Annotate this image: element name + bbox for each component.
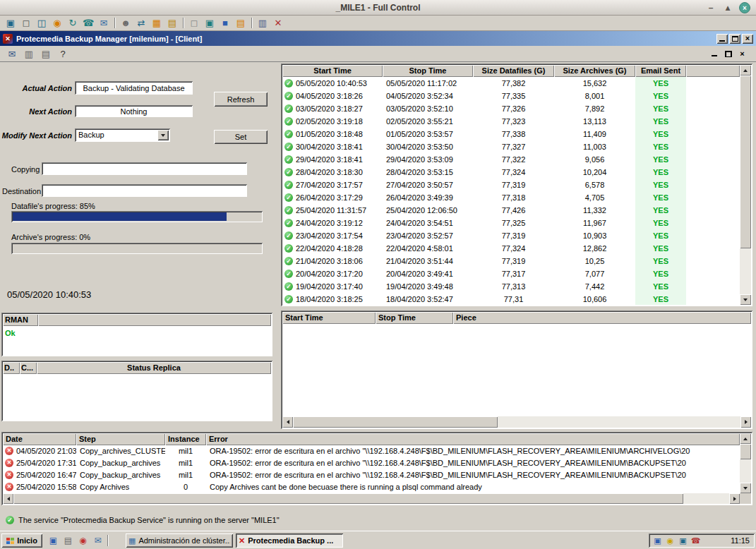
next-action-field[interactable]: Nothing: [75, 105, 193, 117]
backup-row[interactable]: 01/05/2020 3:18:48 01/05/2020 3:53:57 77…: [282, 128, 740, 140]
remote-minimize-button[interactable]: –: [705, 2, 716, 13]
error-row[interactable]: 25/04/2020 17:31:10 Copy_backup_archives…: [3, 457, 740, 469]
tray-network-icon[interactable]: ▣: [652, 536, 663, 546]
chat-icon[interactable]: ✉: [96, 16, 112, 30]
app-close-button[interactable]: ×: [742, 34, 753, 44]
mdi-minimize-button[interactable]: [709, 49, 719, 59]
backup-row[interactable]: 02/05/2020 3:19:18 02/05/2020 3:55:21 77…: [282, 115, 740, 128]
backup-row[interactable]: 29/04/2020 3:18:41 29/04/2020 3:53:09 77…: [282, 153, 740, 166]
send-mail-icon[interactable]: ✉: [4, 47, 20, 61]
clipboard-icon[interactable]: ▥: [255, 16, 270, 30]
destination-field[interactable]: [42, 184, 247, 197]
error-row[interactable]: 25/04/2020 16:47:24 Copy_backup_archives…: [3, 469, 740, 481]
quicklaunch-explorer-icon[interactable]: ▤: [61, 534, 75, 547]
print-icon[interactable]: ▤: [38, 47, 54, 61]
error-col-instance[interactable]: Instance: [165, 433, 206, 445]
error-row[interactable]: 04/05/2020 21:03:57 Copy_archives_CLUSTE…: [3, 445, 740, 457]
scroll-up-button[interactable]: [740, 433, 751, 444]
help-icon[interactable]: ?: [55, 47, 71, 61]
backup-col-start-time[interactable]: Start Time: [282, 65, 383, 77]
refresh-button[interactable]: Refresh: [214, 92, 268, 107]
backup-table-scrollbar[interactable]: [740, 65, 751, 305]
backup-row[interactable]: 21/04/2020 3:18:06 21/04/2020 3:51:44 77…: [282, 255, 740, 267]
quicklaunch-media-icon[interactable]: ◉: [76, 534, 90, 547]
delete-icon[interactable]: ▥: [21, 47, 37, 61]
replica-col-status[interactable]: Status Replica: [37, 362, 271, 374]
rman-column-header[interactable]: RMAN: [3, 314, 38, 326]
backup-row[interactable]: 26/04/2020 3:17:29 26/04/2020 3:49:39 77…: [282, 191, 740, 204]
error-table-vscrollbar[interactable]: [740, 433, 751, 493]
link-icon[interactable]: ⇄: [133, 16, 149, 30]
tray-agent-icon[interactable]: ☎: [690, 536, 701, 546]
task-button-protecmedia-backup[interactable]: ✕ Protecmedia Backup ...: [236, 533, 343, 548]
send-screen-icon[interactable]: ◫: [34, 16, 49, 30]
backup-row[interactable]: 25/04/2020 11:31:57 25/04/2020 12:06:50 …: [282, 204, 740, 217]
error-table-hscrollbar[interactable]: [3, 493, 740, 504]
backup-row[interactable]: 04/05/2020 3:18:26 04/05/2020 3:52:34 77…: [282, 90, 740, 102]
app-minimize-button[interactable]: [716, 34, 728, 44]
piece-col-stop-time[interactable]: Stop Time: [376, 312, 453, 324]
remote-close-button[interactable]: ×: [739, 2, 750, 13]
scroll-thumb[interactable]: [13, 493, 683, 504]
replica-col-c[interactable]: C...: [20, 362, 37, 374]
tray-volume-icon[interactable]: ◉: [665, 536, 676, 546]
remote-titlebar[interactable]: _MILE1 - Full Control – ▴ ×: [0, 0, 756, 16]
scroll-left-button[interactable]: [3, 493, 13, 504]
settings-icon[interactable]: ✕: [270, 16, 286, 30]
user-access-icon[interactable]: ☻: [118, 16, 133, 30]
backup-row[interactable]: 05/05/2020 10:40:53 05/05/2020 11:17:02 …: [282, 77, 740, 90]
actual-action-field[interactable]: Backup - Validating Database: [75, 81, 193, 95]
backup-row[interactable]: 24/04/2020 3:19:12 24/04/2020 3:54:51 77…: [282, 217, 740, 229]
window-orange-icon[interactable]: ▤: [233, 16, 248, 30]
dropdown-arrow-icon[interactable]: [157, 130, 169, 140]
refresh-icon[interactable]: ↻: [65, 16, 80, 30]
error-col-date[interactable]: Date: [3, 433, 76, 445]
backup-row[interactable]: 20/04/2020 3:17:20 20/04/2020 3:49:41 77…: [282, 267, 740, 280]
app-titlebar[interactable]: ✕ Protecmedia Backup Manager [milenium] …: [0, 31, 756, 46]
backup-row[interactable]: 27/04/2020 3:17:57 27/04/2020 3:50:57 77…: [282, 179, 740, 191]
backup-col-size-datafiles[interactable]: Size Datafiles (G): [473, 65, 554, 77]
scroll-left-button[interactable]: [282, 416, 293, 428]
error-col-error[interactable]: Error: [206, 433, 740, 445]
piece-col-start-time[interactable]: Start Time: [282, 312, 376, 324]
quicklaunch-desktop-icon[interactable]: ▣: [47, 534, 60, 547]
file-transfer-icon[interactable]: ▦: [149, 16, 164, 30]
backup-col-size-archives[interactable]: Size Archives (G): [554, 65, 635, 77]
remote-restore-button[interactable]: ▴: [722, 2, 733, 13]
scroll-thumb[interactable]: [293, 416, 498, 428]
call-icon[interactable]: ☎: [80, 16, 96, 30]
modify-next-action-select[interactable]: Backup: [75, 128, 170, 142]
copying-field[interactable]: [42, 162, 247, 175]
tray-display-icon[interactable]: ▣: [678, 536, 688, 546]
fullscreen-icon[interactable]: ▣: [3, 16, 18, 30]
scroll-thumb[interactable]: [740, 444, 751, 459]
screen-blue-icon[interactable]: ■: [217, 16, 233, 30]
piece-table-hscrollbar[interactable]: [282, 416, 751, 428]
piece-col-piece[interactable]: Piece: [453, 312, 751, 324]
scroll-right-button[interactable]: [729, 493, 740, 504]
scroll-down-button[interactable]: [740, 483, 751, 493]
ctrl-alt-del-icon[interactable]: ◉: [49, 16, 65, 30]
mdi-restore-button[interactable]: [723, 49, 733, 59]
backup-row[interactable]: 03/05/2020 3:18:27 03/05/2020 3:52:10 77…: [282, 102, 740, 115]
error-row[interactable]: 25/04/2020 15:58:39 Copy Archives 0 Copy…: [3, 481, 740, 493]
backup-row[interactable]: 18/04/2020 3:18:25 18/04/2020 3:52:47 77…: [282, 293, 740, 305]
set-button[interactable]: Set: [214, 130, 268, 144]
window-mode-icon[interactable]: ◻: [18, 16, 34, 30]
backup-col-stop-time[interactable]: Stop Time: [383, 65, 473, 77]
window-blank-icon[interactable]: ◻: [186, 16, 202, 30]
backup-row[interactable]: 30/04/2020 3:18:41 30/04/2020 3:53:50 77…: [282, 140, 740, 153]
backup-col-email-sent[interactable]: Email Sent: [635, 65, 686, 77]
start-button[interactable]: Inicio: [1, 533, 42, 548]
replica-col-d[interactable]: D..: [3, 362, 20, 374]
scroll-right-button[interactable]: [740, 416, 751, 428]
mdi-close-button[interactable]: ×: [737, 49, 748, 59]
scroll-down-button[interactable]: [740, 294, 751, 305]
error-col-step[interactable]: Step: [76, 433, 165, 445]
backup-row[interactable]: 22/04/2020 4:18:28 22/04/2020 4:58:01 77…: [282, 242, 740, 255]
folder-sync-icon[interactable]: ▤: [164, 16, 180, 30]
scroll-thumb[interactable]: [740, 76, 751, 248]
backup-row[interactable]: 23/04/2020 3:17:54 23/04/2020 3:52:57 77…: [282, 229, 740, 242]
window-active-icon[interactable]: ▣: [202, 16, 217, 30]
quicklaunch-mail-icon[interactable]: ✉: [91, 534, 104, 547]
